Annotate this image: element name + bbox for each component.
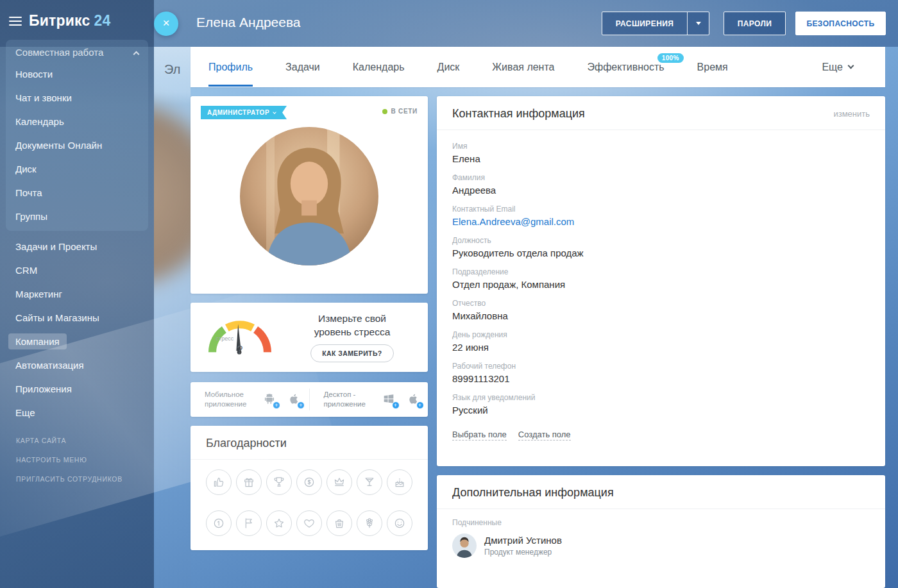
sidebar-item-label: Сайты и Магазины bbox=[15, 312, 99, 323]
flag-icon[interactable] bbox=[236, 510, 262, 536]
sidebar-footer-links: КАРТА САЙТАНАСТРОИТЬ МЕНЮПРИГЛАСИТЬ СОТР… bbox=[16, 437, 123, 494]
tab-calendar[interactable]: Календарь bbox=[353, 47, 405, 87]
sidebar-item[interactable]: Автоматизация bbox=[6, 353, 148, 377]
sidebar-footer-link[interactable]: ПРИГЛАСИТЬ СОТРУДНИКОВ bbox=[16, 475, 123, 483]
sidebar-main-list: Задачи и ПроектыCRMМаркетингСайты и Мага… bbox=[0, 232, 154, 424]
profile-avatar[interactable] bbox=[240, 127, 378, 265]
sidebar-item[interactable]: Документы Онлайн bbox=[6, 133, 148, 157]
sidebar-group-header[interactable]: Совместная работа bbox=[6, 41, 148, 62]
gratitude-card: Благодарности bbox=[191, 426, 428, 550]
tab-more[interactable]: Еще bbox=[822, 47, 853, 87]
profile-avatar-illustration bbox=[240, 127, 378, 265]
like-icon[interactable] bbox=[206, 469, 232, 495]
tab-bar: ПрофильЗадачиКалендарьДискЖивая лентаЭфф… bbox=[191, 47, 885, 87]
money-icon[interactable] bbox=[296, 469, 322, 495]
tab-tasks[interactable]: Задачи bbox=[285, 47, 320, 87]
background-underlay: Эл bbox=[154, 47, 191, 588]
profile-card: АДМИНИСТРАТОР В СЕТИ bbox=[191, 96, 428, 294]
progress-badge: 100% bbox=[657, 53, 684, 63]
field-label: Подразделение bbox=[452, 267, 870, 276]
sidebar-item[interactable]: CRM bbox=[6, 258, 148, 282]
role-badge[interactable]: АДМИНИСТРАТОР bbox=[201, 106, 287, 119]
sidebar-item[interactable]: Задачи и Проекты bbox=[6, 235, 148, 258]
trophy-icon[interactable] bbox=[266, 469, 292, 495]
field-value: Андреева bbox=[452, 185, 870, 196]
field-label: Имя bbox=[452, 142, 870, 151]
android-app-icon[interactable]: + bbox=[262, 392, 278, 407]
sidebar-item[interactable]: Приложения bbox=[6, 377, 148, 401]
smile-icon[interactable] bbox=[387, 510, 412, 536]
gift-icon[interactable] bbox=[236, 469, 262, 495]
extensions-dropdown-button[interactable] bbox=[687, 12, 709, 35]
apple-app-icon[interactable]: + bbox=[406, 392, 421, 407]
subordinate-row[interactable]: Дмитрий Устинов Продукт менеджер bbox=[452, 533, 870, 558]
online-status: В СЕТИ bbox=[382, 108, 418, 115]
how-to-measure-button[interactable]: КАК ЗАМЕРИТЬ? bbox=[310, 344, 393, 362]
contact-info-card: Контактная информация изменить ИмяЕленаФ… bbox=[437, 96, 885, 466]
edit-link[interactable]: изменить bbox=[833, 109, 870, 119]
tab-feed[interactable]: Живая лента bbox=[492, 47, 554, 87]
email-link[interactable]: Elena.Andreeva@gmail.com bbox=[452, 216, 870, 227]
sidebar-item[interactable]: Календарь bbox=[6, 110, 148, 133]
sidebar-footer-link[interactable]: НАСТРОИТЬ МЕНЮ bbox=[16, 456, 123, 464]
app-logo[interactable]: Битрикс24 bbox=[29, 12, 111, 29]
menu-hamburger-icon[interactable] bbox=[9, 17, 22, 26]
security-button[interactable]: БЕЗОПАСНОСТЬ bbox=[795, 12, 886, 35]
sidebar-group-collaboration: Совместная работа НовостиЧат и звонкиКал… bbox=[6, 40, 148, 231]
sidebar-item[interactable]: Диск bbox=[6, 157, 148, 181]
sidebar-item[interactable]: Чат и звонки bbox=[6, 86, 148, 110]
basket-icon[interactable] bbox=[326, 510, 352, 536]
tab-drive[interactable]: Диск bbox=[437, 47, 460, 87]
tab-label: Время bbox=[697, 62, 728, 73]
tab-efficiency[interactable]: Эффективность100% bbox=[588, 47, 665, 87]
chevron-down-icon bbox=[273, 110, 276, 114]
cocktail-icon[interactable] bbox=[357, 469, 382, 495]
sidebar-item-label: Приложения bbox=[15, 383, 72, 394]
sidebar-item-label: Компания bbox=[8, 333, 67, 349]
heart-icon[interactable] bbox=[296, 510, 322, 536]
sidebar-item[interactable]: Почта bbox=[6, 181, 148, 205]
desktop-apps: ++ bbox=[382, 392, 421, 407]
field-value: 89991113201 bbox=[452, 373, 870, 384]
tab-profile[interactable]: Профиль bbox=[208, 47, 253, 87]
field-value: Русский bbox=[452, 405, 870, 416]
tab-label: Задачи bbox=[285, 62, 320, 73]
sidebar-item[interactable]: Еще bbox=[6, 401, 148, 424]
contact-footer: Выбрать полеСоздать поле bbox=[437, 424, 885, 440]
flower-icon[interactable] bbox=[357, 510, 382, 536]
sidebar-item-label: CRM bbox=[15, 265, 37, 276]
cake-icon[interactable] bbox=[387, 469, 412, 495]
sidebar-item[interactable]: Сайты и Магазины bbox=[6, 306, 148, 330]
sidebar-item-label: Задачи и Проекты bbox=[15, 241, 97, 252]
field-value: Елена bbox=[452, 153, 870, 164]
crown-icon[interactable] bbox=[326, 469, 352, 495]
sidebar-footer-link[interactable]: КАРТА САЙТА bbox=[16, 437, 123, 444]
sidebar-item[interactable]: Компания bbox=[6, 330, 148, 353]
chevron-up-icon bbox=[133, 51, 140, 57]
sidebar-item-label: Маркетинг bbox=[15, 289, 62, 299]
tab-time[interactable]: Время bbox=[697, 47, 728, 87]
tab-label: Еще bbox=[822, 62, 843, 73]
underlay-page-title-partial: Эл bbox=[164, 62, 191, 77]
field-action-link[interactable]: Создать поле bbox=[518, 430, 571, 441]
apple-app-icon[interactable]: + bbox=[287, 392, 302, 407]
field-action-link[interactable]: Выбрать поле bbox=[452, 430, 507, 441]
close-profile-button[interactable] bbox=[154, 12, 178, 36]
logo-number: 24 bbox=[94, 12, 111, 29]
extensions-button[interactable]: РАСШИРЕНИЯ bbox=[602, 12, 687, 35]
contact-header: Контактная информация изменить bbox=[437, 96, 885, 130]
passwords-button[interactable]: ПАРОЛИ bbox=[724, 12, 786, 35]
subordinate-avatar-illustration bbox=[452, 533, 477, 558]
first-place-icon[interactable] bbox=[206, 510, 232, 536]
sidebar-item[interactable]: Маркетинг bbox=[6, 282, 148, 306]
sidebar-item[interactable]: Группы bbox=[6, 205, 148, 228]
mobile-app-label: Мобильное приложение bbox=[205, 390, 255, 409]
field-label: Должность bbox=[452, 236, 870, 245]
windows-app-icon[interactable]: + bbox=[382, 392, 397, 407]
sidebar-menu: Совместная работа НовостиЧат и звонкиКал… bbox=[0, 40, 154, 424]
chevron-down-icon bbox=[848, 62, 854, 69]
additional-title: Дополнительная информация bbox=[452, 486, 614, 500]
additional-header: Дополнительная информация bbox=[437, 475, 885, 509]
star-icon[interactable] bbox=[266, 510, 292, 536]
sidebar-item[interactable]: Новости bbox=[6, 62, 148, 86]
